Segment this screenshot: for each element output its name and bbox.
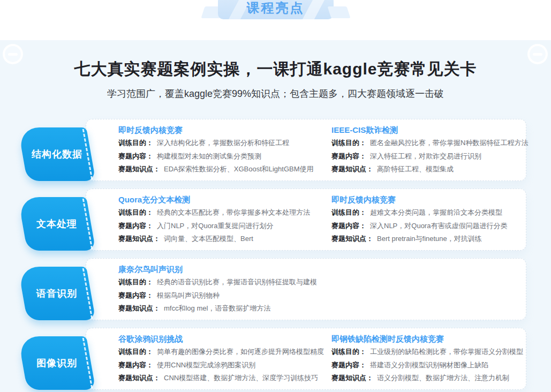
detail-value: CNN模型搭建、数据扩增方法、深度学习训练技巧 <box>164 374 318 382</box>
detail-value: 简单有趣的图像分类比赛，如何逐步提升网络模型精度 <box>157 348 324 356</box>
course-detail-line: 赛题内容：使用CNN模型完成涂鸦图案识别 <box>118 359 324 372</box>
row-text-processing: 文本处理 Quora充分文本检测 训练目的：经典的文本匹配比赛，带你掌握多种文本… <box>0 189 551 251</box>
detail-label: 训练目的： <box>331 208 366 216</box>
category-tag-label: 结构化数据 <box>32 148 82 161</box>
detail-label: 训练目的： <box>118 348 153 356</box>
row-structured-data: 结构化数据 即时反馈内核竞赛 训练目的：深入结构化比赛，掌握数据分析和特征工程 … <box>0 119 551 181</box>
course-detail-line: 赛题知识点：语义分割模型、数据扩增方法、注意力机制 <box>331 372 523 385</box>
detail-label: 赛题内容： <box>118 291 153 299</box>
detail-value: mfcc和log mel，语音数据扩增方法 <box>164 304 270 312</box>
minus-icon <box>8 53 18 56</box>
detail-value: EDA探索性数据分析、XGBoost和LightGBM使用 <box>164 165 314 173</box>
course-detail-line: 训练目的：匿名金融风控比赛，带你掌握N种数据特征工程方法 <box>331 137 528 150</box>
course-detail-line: 赛题内容：根据鸟叫声识别物种 <box>118 289 317 303</box>
course-card[interactable]: Quora充分文本检测 训练目的：经典的文本匹配比赛，带你掌握多种文本处理方法 … <box>86 189 526 251</box>
detail-value: 搭建语义分割模型识别钢材图像上缺陷 <box>370 361 488 369</box>
minus-circle-icon <box>3 44 23 64</box>
row-image-recognition: 图像识别 谷歌涂鸦识别挑战 训练目的：简单有趣的图像分类比赛，如何逐步提升网络模… <box>0 328 551 390</box>
detail-label: 赛题知识点： <box>331 165 373 173</box>
course-card-column: 康奈尔鸟叫声识别 训练目的：经典的语音识别比赛，掌握语音识别特征提取与建模 赛题… <box>118 263 317 315</box>
page-title: 七大真实赛题案例实操，一课打通kaggle竞赛常见关卡 <box>0 40 551 80</box>
detail-label: 训练目的： <box>118 278 153 286</box>
course-detail-line: 赛题内容：搭建语义分割模型识别钢材图像上缺陷 <box>331 359 523 372</box>
course-card[interactable]: 康奈尔鸟叫声识别 训练目的：经典的语音识别比赛，掌握语音识别特征提取与建模 赛题… <box>86 258 526 320</box>
detail-value: 深入结构化比赛，掌握数据分析和特征工程 <box>157 139 289 147</box>
course-detail-line: 训练目的：简单有趣的图像分类比赛，如何逐步提升网络模型精度 <box>118 345 324 359</box>
detail-value: 词向量、文本匹配模型、Bert <box>164 235 253 243</box>
course-card-column: 即钢铁缺陷检测时反馈内核竞赛 训练目的：工业级别的缺陷检测比赛，带你掌握语义分割… <box>331 333 523 385</box>
detail-label: 赛题内容： <box>331 361 366 369</box>
course-title-link[interactable]: 即钢铁缺陷检测时反馈内核竞赛 <box>331 333 523 345</box>
detail-value: 使用CNN模型完成涂鸦图案识别 <box>157 361 255 369</box>
course-detail-line: 赛题内容：入门NLP，对Quora重复提问进行划分 <box>118 220 310 233</box>
section-ribbon: 课程亮点 <box>218 0 334 19</box>
detail-label: 赛题知识点： <box>118 304 160 312</box>
detail-label: 赛题内容： <box>331 222 366 230</box>
course-detail-line: 赛题内容：深入特征工程，对欺诈交易进行识别 <box>331 150 528 163</box>
course-title-link[interactable]: Quora充分文本检测 <box>118 194 310 206</box>
detail-value: 根据鸟叫声识别物种 <box>157 291 220 299</box>
detail-label: 训练目的： <box>331 348 366 356</box>
detail-label: 训练目的： <box>118 139 153 147</box>
course-title-link[interactable]: IEEE-CIS欺诈检测 <box>331 124 528 136</box>
course-detail-line: 赛题知识点：CNN模型搭建、数据扩增方法、深度学习训练技巧 <box>118 372 324 385</box>
course-card-column: 即时反馈内核竞赛 训练目的：深入结构化比赛，掌握数据分析和特征工程 赛题内容：构… <box>118 124 314 176</box>
detail-label: 赛题知识点： <box>118 235 160 243</box>
category-tag-label: 语音识别 <box>36 287 77 300</box>
course-card-column: 即时反馈内核竞赛 训练目的：超难文本分类问题，掌握前沿文本分类模型 赛题内容：深… <box>331 194 507 246</box>
detail-value: 经典的文本匹配比赛，带你掌握多种文本处理方法 <box>157 208 310 216</box>
course-title-link[interactable]: 谷歌涂鸦识别挑战 <box>118 333 324 345</box>
course-highlights-panel: 七大真实赛题案例实操，一课打通kaggle竞赛常见关卡 学习范围广，覆盖kagg… <box>0 40 551 392</box>
course-card-column: 谷歌涂鸦识别挑战 训练目的：简单有趣的图像分类比赛，如何逐步提升网络模型精度 赛… <box>118 333 324 385</box>
minus-circle-icon <box>527 44 548 64</box>
category-tag-label: 文本处理 <box>36 217 77 230</box>
course-detail-line: 赛题知识点：Bert pretrain与finetune，对抗训练 <box>331 232 507 246</box>
detail-label: 赛题知识点： <box>331 235 373 243</box>
course-title-link[interactable]: 康奈尔鸟叫声识别 <box>118 263 317 275</box>
detail-label: 赛题内容： <box>118 361 153 369</box>
course-card[interactable]: 谷歌涂鸦识别挑战 训练目的：简单有趣的图像分类比赛，如何逐步提升网络模型精度 赛… <box>86 328 526 390</box>
course-detail-line: 训练目的：工业级别的缺陷检测比赛，带你掌握语义分割模型 <box>331 345 523 359</box>
category-tag-image-recognition: 图像识别 <box>18 336 96 390</box>
detail-value: 经典的语音识别比赛，掌握语音识别特征提取与建模 <box>157 278 317 286</box>
detail-value: 深入NLP，对Quora有害或虚假问题进行分类 <box>370 222 507 230</box>
detail-label: 赛题内容： <box>118 222 153 230</box>
top-band: 课程亮点 <box>0 0 551 40</box>
detail-label: 赛题知识点： <box>331 374 373 382</box>
detail-value: 构建模型对未知的测试集分类预测 <box>157 152 261 160</box>
page-subtitle: 学习范围广，覆盖kaggle竞赛99%知识点；包含主题多，四大赛题领域逐一击破 <box>0 87 551 100</box>
detail-label: 赛题内容： <box>331 152 366 160</box>
detail-value: Bert pretrain与finetune，对抗训练 <box>377 235 482 243</box>
detail-value: 超难文本分类问题，掌握前沿文本分类模型 <box>370 208 502 216</box>
course-title-link[interactable]: 即时反馈内核竞赛 <box>118 124 314 136</box>
course-detail-line: 训练目的：经典的语音识别比赛，掌握语音识别特征提取与建模 <box>118 276 317 289</box>
section-title: 课程亮点 <box>247 0 305 19</box>
detail-value: 匿名金融风控比赛，带你掌握N种数据特征工程方法 <box>370 139 528 147</box>
course-detail-line: 赛题知识点：EDA探索性数据分析、XGBoost和LightGBM使用 <box>118 163 314 176</box>
course-detail-line: 赛题知识点：词向量、文本匹配模型、Bert <box>118 232 310 246</box>
course-detail-line: 训练目的：经典的文本匹配比赛，带你掌握多种文本处理方法 <box>118 206 310 220</box>
detail-label: 训练目的： <box>331 139 366 147</box>
category-tag-structured-data: 结构化数据 <box>18 127 96 181</box>
detail-value: 语义分割模型、数据扩增方法、注意力机制 <box>377 374 509 382</box>
course-detail-line: 训练目的：深入结构化比赛，掌握数据分析和特征工程 <box>118 137 314 150</box>
category-tag-label: 图像识别 <box>36 357 77 370</box>
course-card[interactable]: 即时反馈内核竞赛 训练目的：深入结构化比赛，掌握数据分析和特征工程 赛题内容：构… <box>86 119 526 181</box>
detail-value: 工业级别的缺陷检测比赛，带你掌握语义分割模型 <box>370 348 523 356</box>
detail-value: 深入特征工程，对欺诈交易进行识别 <box>370 152 481 160</box>
ribbon-banner: 课程亮点 <box>218 0 334 19</box>
course-detail-line: 赛题内容：构建模型对未知的测试集分类预测 <box>118 150 314 163</box>
detail-label: 赛题知识点： <box>118 165 160 173</box>
course-rows: 结构化数据 即时反馈内核竞赛 训练目的：深入结构化比赛，掌握数据分析和特征工程 … <box>0 119 551 392</box>
detail-value: 入门NLP，对Quora重复提问进行划分 <box>157 222 273 230</box>
row-speech-recognition: 语音识别 康奈尔鸟叫声识别 训练目的：经典的语音识别比赛，掌握语音识别特征提取与… <box>0 258 551 320</box>
course-detail-line: 赛题内容：深入NLP，对Quora有害或虚假问题进行分类 <box>331 220 507 233</box>
category-tag-text-processing: 文本处理 <box>18 197 96 251</box>
category-tag-speech-recognition: 语音识别 <box>18 267 96 320</box>
detail-label: 赛题知识点： <box>118 374 160 382</box>
detail-label: 赛题内容： <box>118 152 153 160</box>
detail-value: 高阶特征工程、模型集成 <box>377 165 454 173</box>
course-detail-line: 赛题知识点：高阶特征工程、模型集成 <box>331 163 528 176</box>
course-title-link[interactable]: 即时反馈内核竞赛 <box>331 194 507 206</box>
course-detail-line: 赛题知识点：mfcc和log mel，语音数据扩增方法 <box>118 302 317 315</box>
